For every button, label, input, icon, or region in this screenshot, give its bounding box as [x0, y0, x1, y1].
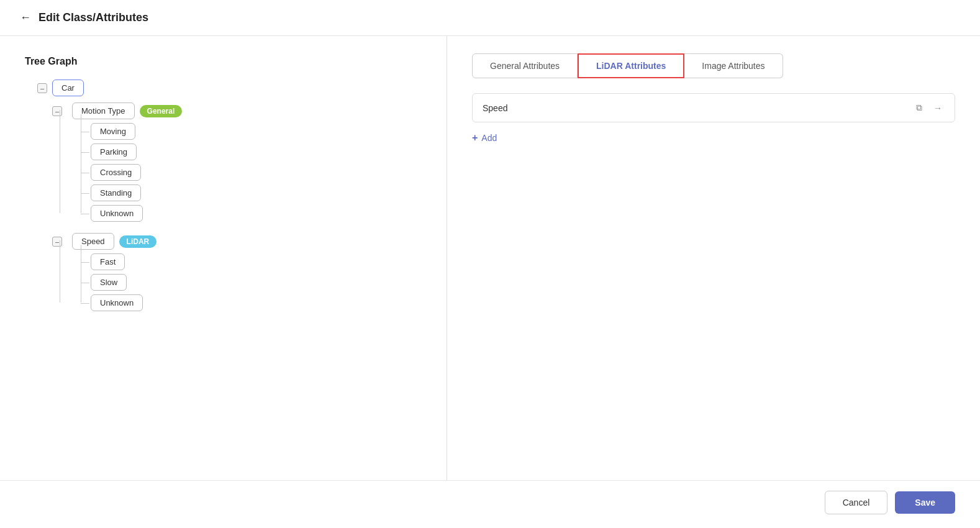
main-content: Tree Graph – Car – Motion Type General M… [0, 36, 980, 480]
moving-node[interactable]: Moving [91, 123, 135, 140]
list-item: Unknown [91, 294, 422, 311]
list-item: Moving [91, 123, 422, 140]
unknown-node-1[interactable]: Unknown [91, 205, 143, 222]
arrow-right-icon-btn[interactable]: → [931, 102, 945, 114]
unknown-node-2[interactable]: Unknown [91, 294, 143, 311]
motion-type-row: – Motion Type General [70, 102, 422, 119]
add-attribute-button[interactable]: + Add [472, 130, 497, 146]
speed-row: – Speed LiDAR [70, 233, 422, 250]
page-header: ← Edit Class/Attributes [0, 0, 980, 36]
standing-node[interactable]: Standing [91, 184, 141, 201]
subtree: – Motion Type General Moving Parking Cro… [52, 102, 422, 311]
page-title: Edit Class/Attributes [39, 11, 148, 24]
speed-children: Fast Slow Unknown [81, 253, 422, 311]
attribute-name-speed: Speed [483, 103, 507, 113]
motion-type-children: Moving Parking Crossing Standing Unknown [81, 123, 422, 222]
crossing-node[interactable]: Crossing [91, 164, 141, 181]
list-item: Parking [91, 143, 422, 160]
attribute-actions: ⧉ → [914, 101, 945, 114]
tree-graph-title: Tree Graph [25, 56, 422, 67]
back-button[interactable]: ← [20, 11, 31, 24]
motion-type-node[interactable]: Motion Type [72, 102, 135, 119]
root-node[interactable]: Car [52, 80, 84, 96]
root-collapse-btn[interactable]: – [37, 83, 47, 93]
left-panel: Tree Graph – Car – Motion Type General M… [0, 36, 447, 480]
parking-node[interactable]: Parking [91, 143, 137, 160]
footer: Cancel Save [0, 480, 980, 524]
cancel-button[interactable]: Cancel [825, 491, 888, 514]
tabs-row: General Attributes LiDAR Attributes Imag… [472, 53, 955, 78]
list-item: Unknown [91, 205, 422, 222]
right-panel: General Attributes LiDAR Attributes Imag… [447, 36, 980, 480]
list-item: Slow [91, 274, 422, 291]
slow-node[interactable]: Slow [91, 274, 127, 291]
copy-icon-btn[interactable]: ⧉ [914, 101, 925, 114]
motion-type-collapse[interactable]: – [52, 106, 62, 116]
lidar-badge: LiDAR [119, 235, 157, 248]
add-label: Add [481, 133, 497, 143]
fast-node[interactable]: Fast [91, 253, 125, 270]
speed-collapse[interactable]: – [52, 237, 62, 247]
general-badge: General [140, 105, 183, 117]
save-button[interactable]: Save [895, 491, 955, 514]
tab-lidar[interactable]: LiDAR Attributes [578, 53, 684, 78]
plus-icon: + [472, 132, 478, 143]
attribute-row-speed: Speed ⧉ → [472, 93, 955, 122]
list-item: Standing [91, 184, 422, 201]
motion-type-section: – Motion Type General Moving Parking Cro… [70, 102, 422, 222]
list-item: Crossing [91, 164, 422, 181]
speed-node[interactable]: Speed [72, 233, 114, 250]
tree-root-row: – Car [37, 80, 422, 96]
tab-general[interactable]: General Attributes [472, 53, 578, 78]
list-item: Fast [91, 253, 422, 270]
tab-image[interactable]: Image Attributes [684, 53, 783, 78]
speed-section: – Speed LiDAR Fast Slow Unknown [70, 233, 422, 311]
